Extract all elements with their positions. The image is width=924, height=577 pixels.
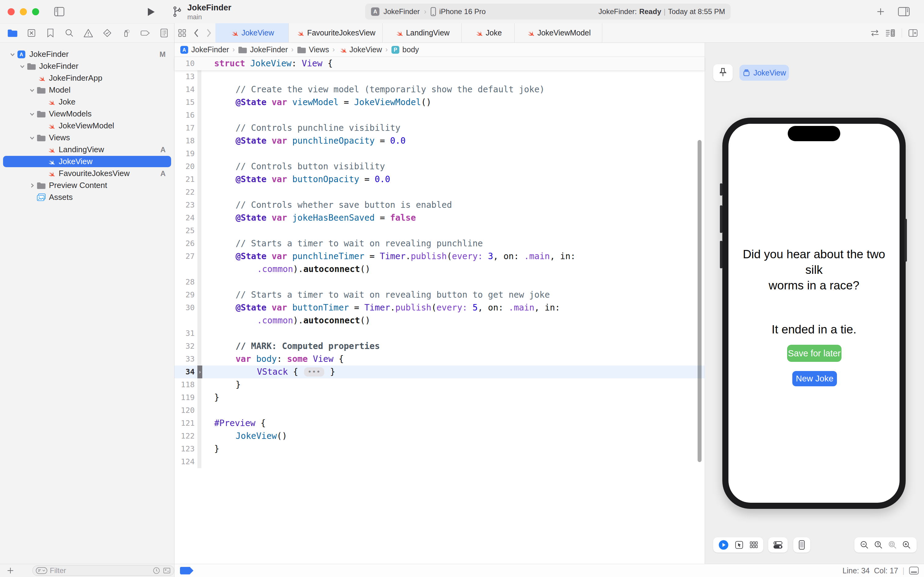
line-number[interactable]: 28 [174, 276, 195, 288]
source-editor[interactable]: 1314// Create the view model (temporaril… [174, 57, 705, 564]
fold-ribbon[interactable] [197, 417, 201, 430]
sidebar-item-Assets[interactable]: Assets [0, 191, 174, 203]
line-number[interactable]: 24 [174, 211, 195, 224]
fold-ribbon[interactable] [197, 147, 201, 160]
navigator-tests-button[interactable] [98, 26, 117, 40]
new-joke-button[interactable]: New Joke [792, 371, 837, 386]
device-settings-button[interactable] [768, 537, 788, 553]
editor-layout-button[interactable] [174, 28, 190, 38]
sidebar-item-Preview-Content[interactable]: Preview Content [0, 179, 174, 191]
adjust-editor-button[interactable] [868, 28, 882, 38]
code-fold-pill[interactable]: ••• [304, 367, 325, 377]
breadcrumb-item-JokeFinder[interactable]: JokeFinder [238, 45, 288, 54]
fold-ribbon[interactable] [197, 378, 201, 391]
editor-tab-JokeViewModel[interactable]: JokeViewModel [515, 23, 602, 42]
add-file-button[interactable] [6, 566, 14, 575]
fold-ribbon[interactable] [197, 224, 201, 237]
zoom-out-icon[interactable] [860, 540, 869, 550]
fold-ribbon[interactable] [197, 443, 201, 455]
toggle-inspector-button[interactable] [898, 7, 910, 16]
go-forward-button[interactable] [203, 28, 216, 38]
fold-ribbon[interactable] [197, 263, 201, 276]
line-number[interactable]: 122 [174, 430, 195, 443]
line-number[interactable]: 14 [174, 83, 195, 96]
disclosure-open-icon[interactable] [27, 87, 37, 93]
fold-ribbon[interactable] [197, 301, 201, 314]
fold-ribbon[interactable] [197, 237, 201, 250]
filter-field[interactable]: Filter [32, 566, 174, 576]
line-number[interactable]: 123 [174, 443, 195, 455]
add-tab-button[interactable] [876, 7, 885, 16]
line-number[interactable]: 120 [174, 404, 195, 417]
sidebar-item-ViewModels[interactable]: ViewModels [0, 108, 174, 120]
save-for-later-button[interactable]: Save for later [787, 345, 842, 362]
variants-button[interactable] [750, 541, 758, 549]
line-number[interactable]: 121 [174, 417, 195, 430]
disclosure-closed-icon[interactable] [27, 183, 37, 188]
fold-ribbon[interactable] [197, 160, 201, 173]
fold-ribbon[interactable] [197, 391, 201, 404]
close-window-button[interactable] [8, 8, 14, 15]
navigator-breakpoints-button[interactable] [136, 26, 155, 40]
fold-ribbon[interactable] [197, 83, 201, 96]
line-number[interactable]: 27 [174, 250, 195, 263]
fold-ribbon[interactable] [197, 96, 201, 109]
line-number[interactable]: 25 [174, 224, 195, 237]
line-number[interactable]: 34 [174, 366, 195, 378]
fold-ribbon[interactable] [197, 134, 201, 147]
disclosure-open-icon[interactable] [27, 111, 37, 117]
fold-ribbon[interactable] [197, 186, 201, 199]
fold-ribbon[interactable] [197, 404, 201, 417]
fold-ribbon[interactable] [197, 340, 201, 353]
zoom-100-icon[interactable] [874, 540, 883, 550]
minimap-toggle-button[interactable] [883, 28, 897, 38]
line-number[interactable]: 19 [174, 147, 195, 160]
breadcrumb-item-JokeView[interactable]: JokeView [338, 45, 382, 54]
line-number[interactable]: 21 [174, 173, 195, 186]
fold-ribbon[interactable] [197, 455, 201, 468]
fold-ribbon[interactable] [197, 327, 201, 340]
line-number[interactable]: 119 [174, 391, 195, 404]
disclosure-open-icon[interactable] [8, 52, 17, 57]
split-editor-button[interactable] [906, 28, 920, 38]
fold-ribbon[interactable] [197, 250, 201, 263]
line-number[interactable]: 15 [174, 96, 195, 109]
editor-tab-FavouriteJokesView[interactable]: FavouriteJokesView [289, 23, 383, 42]
sidebar-item-JokeFinder[interactable]: AJokeFinderM [0, 48, 174, 60]
live-preview-button[interactable] [718, 540, 729, 550]
scm-status-filter-icon[interactable] [163, 567, 171, 575]
preview-tab[interactable]: JokeView [739, 65, 789, 81]
navigator-find-button[interactable] [60, 26, 79, 40]
navigator-project-folder-button[interactable] [3, 26, 22, 40]
zoom-window-button[interactable] [32, 8, 39, 15]
line-number[interactable]: 31 [174, 327, 195, 340]
editor-tab-Joke[interactable]: Joke [462, 23, 515, 42]
scheme-bar[interactable]: A JokeFinder › iPhone 16 Pro JokeFinder:… [365, 4, 731, 19]
go-back-button[interactable] [190, 28, 203, 38]
fold-ribbon[interactable] [197, 109, 201, 122]
preview-device-button[interactable] [793, 537, 810, 553]
line-number[interactable]: 118 [174, 378, 195, 391]
fold-ribbon[interactable] [197, 122, 201, 134]
sidebar-item-LandingView[interactable]: LandingViewA [0, 143, 174, 156]
line-number[interactable]: 33 [174, 353, 195, 366]
keyboard-shortcuts-icon[interactable] [909, 566, 919, 575]
breadcrumb-item-body[interactable]: Pbody [391, 45, 419, 54]
sidebar-item-JokeFinderApp[interactable]: JokeFinderApp [0, 72, 174, 84]
navigator-source-control-button[interactable] [22, 26, 41, 40]
sidebar-item-JokeViewModel[interactable]: JokeViewModel [0, 120, 174, 132]
navigator-debug-button[interactable] [117, 26, 136, 40]
disclosure-open-icon[interactable] [18, 64, 27, 69]
navigator-issues-button[interactable] [79, 26, 98, 40]
line-number[interactable]: 23 [174, 199, 195, 211]
scheme-app-name[interactable]: JokeFinder [383, 7, 420, 16]
fold-ribbon[interactable] [197, 353, 201, 366]
editor-tab-LandingView[interactable]: LandingView [383, 23, 462, 42]
pin-preview-button[interactable] [713, 64, 733, 81]
selectable-preview-button[interactable] [735, 541, 744, 549]
line-number[interactable]: 30 [174, 301, 195, 314]
zoom-in-icon[interactable] [902, 540, 911, 550]
run-button[interactable] [147, 7, 155, 16]
line-number[interactable]: 29 [174, 288, 195, 301]
filter-options-icon[interactable] [36, 567, 47, 574]
